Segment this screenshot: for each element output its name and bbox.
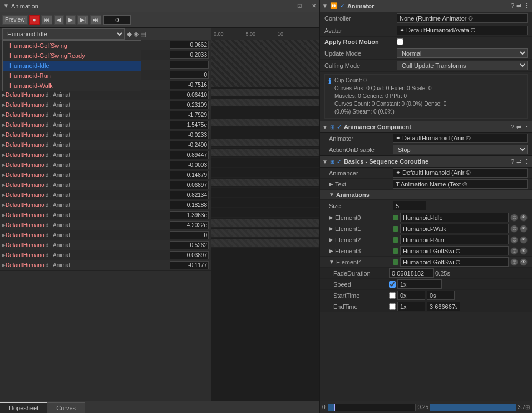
track-value-input[interactable] <box>170 111 209 119</box>
add-event-icon[interactable]: ◈ <box>134 30 139 38</box>
track-value-input[interactable] <box>170 151 209 159</box>
header-icons: ◆ ◈ ▤ <box>127 30 146 38</box>
speed-checkbox[interactable] <box>389 281 396 288</box>
animancer-help-icon[interactable]: ? <box>511 124 514 131</box>
timeline-toggle-icon[interactable]: ⊞ <box>525 404 530 410</box>
text-expand-arrow[interactable]: ▶ <box>329 181 333 187</box>
controller-input[interactable] <box>397 13 528 23</box>
clip-dropdown[interactable]: Humanoid-GolfSwing Humanoid-GolfSwingRea… <box>2 40 141 91</box>
element3-input[interactable] <box>400 246 509 255</box>
track-value-input[interactable] <box>170 131 209 139</box>
element2-input[interactable] <box>400 235 509 244</box>
element4-expand[interactable]: ▼ <box>329 259 334 265</box>
element1-target-btn[interactable]: ◎ <box>510 225 518 233</box>
track-value-input[interactable] <box>170 231 209 239</box>
prev-frame-button[interactable]: ◀ <box>54 15 64 25</box>
help-icon[interactable]: ? <box>511 2 514 9</box>
dropdown-item-idle[interactable]: Humanoid-Idle <box>3 61 141 71</box>
text-input[interactable] <box>393 179 528 189</box>
animancer-expand-arrow[interactable]: ▼ <box>322 124 328 130</box>
track-value-input[interactable] <box>170 161 209 169</box>
element3-expand[interactable]: ▶ <box>329 248 333 254</box>
tab-curves[interactable]: Curves <box>47 402 85 413</box>
action-on-disable-select[interactable]: Stop <box>393 145 528 154</box>
sequence-menu-icon[interactable]: ⋮ <box>524 158 530 165</box>
track-value-input[interactable] <box>170 261 209 269</box>
tab-dopesheet[interactable]: Dopesheet <box>0 402 47 413</box>
element3-view-btn[interactable]: 👁 <box>520 247 528 255</box>
element0-target-btn[interactable]: ◎ <box>510 214 518 222</box>
size-input[interactable] <box>393 201 426 210</box>
track-value-input[interactable] <box>170 181 209 189</box>
element4-view-btn[interactable]: 👁 <box>520 258 528 266</box>
time-input[interactable] <box>103 15 131 25</box>
start-time-checkbox[interactable] <box>389 292 396 299</box>
next-frame-button[interactable]: ▶| <box>77 15 89 25</box>
element2-view-btn[interactable]: 👁 <box>520 236 528 244</box>
culling-mode-select[interactable]: Cull Update Transforms <box>397 61 528 70</box>
sequence-expand-arrow[interactable]: ▼ <box>322 159 328 165</box>
menu-icon[interactable]: ⋮ <box>524 2 530 9</box>
element4-input[interactable] <box>400 257 509 267</box>
play-button[interactable]: ▶ <box>66 15 76 25</box>
options-icon[interactable]: ▤ <box>140 30 146 38</box>
element3-target-btn[interactable]: ◎ <box>510 247 518 255</box>
track-value-input[interactable] <box>170 171 209 179</box>
sequence-animancer-input[interactable] <box>393 168 528 178</box>
animancer-animator-input[interactable] <box>393 134 528 143</box>
track-value-input[interactable] <box>170 201 209 209</box>
update-mode-select[interactable]: Normal <box>397 48 528 58</box>
track-value-input[interactable] <box>170 251 209 259</box>
track-value-input[interactable] <box>170 191 209 199</box>
track-value-input[interactable] <box>170 141 209 149</box>
track-value-input[interactable] <box>170 101 209 109</box>
sequence-help-icon[interactable]: ? <box>511 158 514 165</box>
track-value-input[interactable] <box>170 61 209 69</box>
track-value-input[interactable] <box>170 91 209 99</box>
element1-input[interactable] <box>400 224 509 233</box>
avatar-input[interactable] <box>397 26 528 35</box>
close-icon[interactable]: ✕ <box>312 3 316 9</box>
skip-start-button[interactable]: ⏮ <box>41 15 52 25</box>
element0-view-btn[interactable]: 👁 <box>520 214 528 222</box>
track-value-input[interactable] <box>170 51 209 59</box>
animancer-menu-icon[interactable]: ⋮ <box>524 124 530 131</box>
track-value-input[interactable] <box>170 211 209 219</box>
element0-input[interactable] <box>400 213 509 222</box>
element2-target-btn[interactable]: ◎ <box>510 236 518 244</box>
dropdown-item-walk[interactable]: Humanoid-Walk <box>3 81 141 91</box>
start-time-input1[interactable] <box>397 291 425 300</box>
record-button[interactable]: ● <box>29 15 40 25</box>
dropdown-item-golfswing[interactable]: Humanoid-GolfSwing <box>3 41 141 51</box>
animator-expand-arrow[interactable]: ▼ <box>322 3 328 9</box>
element0-expand[interactable]: ▶ <box>329 214 333 220</box>
end-time-input2[interactable] <box>427 302 460 311</box>
speed-input[interactable] <box>397 279 442 289</box>
element4-target-btn[interactable]: ◎ <box>510 258 518 266</box>
skip-end-button[interactable]: ⏭ <box>90 15 101 25</box>
track-value-input[interactable] <box>170 121 209 129</box>
track-value-input[interactable] <box>170 221 209 229</box>
settings-icon[interactable]: ⇌ <box>516 2 521 9</box>
fade-duration-input[interactable] <box>389 268 434 278</box>
element1-expand[interactable]: ▶ <box>329 225 333 232</box>
preview-button[interactable]: Preview <box>2 15 28 25</box>
start-time-input2[interactable] <box>427 291 455 300</box>
sequence-settings-icon[interactable]: ⇌ <box>516 158 521 165</box>
clip-selector[interactable]: Humanoid-Idle <box>2 28 125 40</box>
dropdown-item-golfswingready[interactable]: Humanoid-GolfSwingReady <box>3 51 141 61</box>
end-time-checkbox[interactable] <box>389 303 396 310</box>
apply-root-motion-checkbox[interactable] <box>397 38 403 45</box>
animancer-settings-icon[interactable]: ⇌ <box>516 124 521 131</box>
end-time-input1[interactable] <box>397 302 425 311</box>
track-value-input[interactable] <box>170 81 209 89</box>
list-item: ▶ DefaultHumanoid : Animat <box>0 250 211 260</box>
track-value-input[interactable] <box>170 41 209 49</box>
dropdown-item-run[interactable]: Humanoid-Run <box>3 71 141 81</box>
track-value-input[interactable] <box>170 241 209 249</box>
element2-expand[interactable]: ▶ <box>329 237 333 243</box>
element1-view-btn[interactable]: 👁 <box>520 225 528 233</box>
animations-expand-arrow[interactable]: ▼ <box>329 191 334 198</box>
track-value-input[interactable] <box>170 71 209 79</box>
add-keyframe-icon[interactable]: ◆ <box>127 30 132 38</box>
